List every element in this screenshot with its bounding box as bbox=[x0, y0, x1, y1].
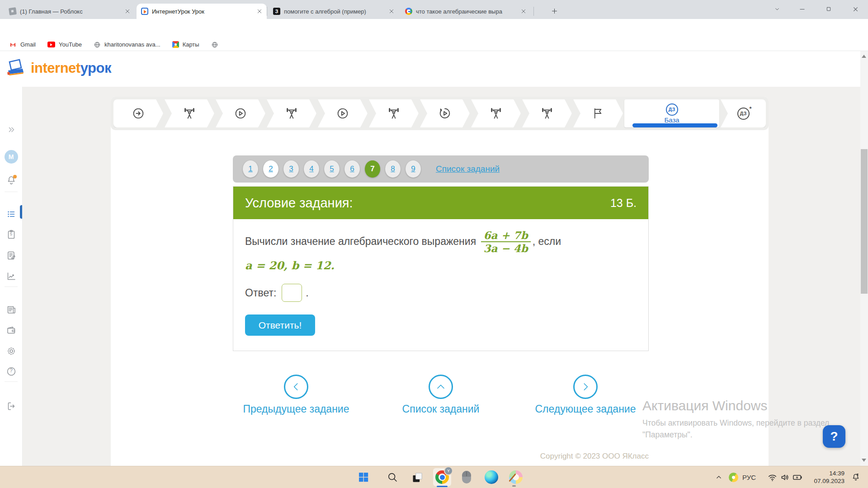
strip-step-trainer[interactable] bbox=[165, 99, 214, 127]
sidebar-item-news[interactable] bbox=[0, 302, 22, 317]
bookmark-gmail[interactable]: Gmail bbox=[9, 41, 36, 48]
strip-step-trainer[interactable] bbox=[369, 99, 419, 127]
close-tab-icon[interactable] bbox=[124, 8, 131, 15]
task-list-label[interactable]: Список заданий bbox=[373, 403, 509, 415]
tab-title: (1) Главная — Роблокс bbox=[20, 8, 120, 15]
scrollbar-thumb[interactable] bbox=[861, 149, 868, 294]
scroll-down-arrow[interactable] bbox=[862, 459, 866, 462]
active-indicator bbox=[20, 205, 22, 219]
sidebar-avatar[interactable]: M bbox=[0, 149, 22, 164]
task-page-6[interactable]: 6 bbox=[344, 160, 360, 178]
globe-icon bbox=[211, 41, 218, 48]
bookmarks-bar: Gmail YouTube kharitonovanas ava... Карт… bbox=[0, 38, 868, 51]
strip-step-consultation[interactable] bbox=[420, 99, 470, 127]
strip-step-video[interactable] bbox=[318, 99, 368, 127]
next-task-nav[interactable]: Следующее задание bbox=[518, 375, 653, 415]
strip-step-trainer[interactable] bbox=[471, 99, 521, 127]
strip-step-homework-extra[interactable]: ДЗ* bbox=[721, 99, 766, 127]
sidebar-expand-button[interactable] bbox=[0, 122, 22, 137]
strip-step-video[interactable] bbox=[216, 99, 265, 127]
next-task-label[interactable]: Следующее задание bbox=[518, 403, 653, 415]
close-window-button[interactable] bbox=[845, 0, 866, 18]
task-page-8[interactable]: 8 bbox=[385, 160, 401, 178]
submit-answer-button[interactable]: Ответить! bbox=[245, 314, 315, 336]
strip-step-finish-flag[interactable] bbox=[573, 99, 623, 127]
minimize-button[interactable] bbox=[792, 0, 812, 18]
taskbar-edge-icon[interactable] bbox=[485, 470, 498, 484]
sidebar-item-schedule-active[interactable] bbox=[0, 206, 22, 222]
task-text-line1: Вычисли значение алгебраического выражен… bbox=[245, 229, 637, 254]
taskbar-clock[interactable]: 14:39 07.09.2023 bbox=[807, 469, 844, 485]
screen: (1) Главная — Роблокс ИнтернетУрок Урок … bbox=[0, 0, 868, 488]
page-scrollbar[interactable] bbox=[860, 51, 868, 466]
bookmark-kharitonovanas[interactable]: kharitonovanas ava... bbox=[94, 41, 160, 48]
scroll-up-arrow[interactable] bbox=[862, 55, 866, 58]
interneturok-logo[interactable]: internetурок bbox=[5, 58, 111, 78]
strip-step-trainer[interactable] bbox=[267, 99, 316, 127]
strip-step-homework-base-active[interactable]: ДЗ База bbox=[624, 99, 719, 127]
task-page-9[interactable]: 9 bbox=[406, 160, 421, 178]
notification-bell-icon[interactable] bbox=[849, 470, 863, 484]
bookmark-globe[interactable] bbox=[211, 41, 218, 48]
notifications-bell-icon[interactable] bbox=[0, 173, 22, 188]
chevron-right-icon[interactable] bbox=[573, 375, 598, 399]
previous-task-label[interactable]: Предыдущее задание bbox=[228, 403, 364, 415]
sidebar-item-logout[interactable] bbox=[0, 399, 22, 414]
chevron-up-icon[interactable] bbox=[429, 375, 453, 399]
tab-interneturok[interactable]: ИнтернетУрок Урок bbox=[137, 4, 267, 19]
logo-text: internetурок bbox=[31, 60, 111, 76]
tab-title: ИнтернетУрок Урок bbox=[152, 8, 252, 15]
tab-divider bbox=[533, 7, 534, 16]
task-list-nav[interactable]: Список заданий bbox=[373, 375, 509, 415]
clock-time: 14:39 bbox=[807, 469, 844, 477]
task-page-3[interactable]: 3 bbox=[283, 160, 299, 178]
globe-icon bbox=[94, 41, 101, 48]
chevron-left-icon[interactable] bbox=[284, 375, 308, 399]
sidebar-item-help[interactable]: ? bbox=[0, 364, 22, 379]
sidebar-item-diary[interactable]: 5 bbox=[0, 227, 22, 242]
tab-search-chevron-icon[interactable] bbox=[767, 0, 788, 18]
windows-start-icon[interactable] bbox=[357, 470, 370, 484]
maximize-button[interactable] bbox=[818, 0, 839, 18]
tray-chevron-up-icon[interactable] bbox=[712, 470, 726, 484]
taskbar-search-icon[interactable] bbox=[386, 470, 399, 484]
task-page-5[interactable]: 5 bbox=[324, 160, 340, 178]
task-view-icon[interactable] bbox=[410, 470, 424, 484]
previous-task-nav[interactable]: Предыдущее задание bbox=[228, 375, 364, 415]
tray-antivirus-icon[interactable] bbox=[726, 470, 740, 484]
chrome-profile-badge: Y bbox=[444, 466, 453, 475]
sidebar-item-settings-gear-icon[interactable] bbox=[0, 343, 22, 359]
close-tab-icon[interactable] bbox=[520, 8, 527, 15]
paint-running-indicator bbox=[512, 485, 516, 487]
task-page-1[interactable]: 1 bbox=[243, 160, 258, 178]
tab-roblox[interactable]: (1) Главная — Роблокс bbox=[5, 4, 135, 19]
tab-google-search[interactable]: что такое алгебраические выра bbox=[401, 4, 531, 19]
task-page-4[interactable]: 4 bbox=[304, 160, 319, 178]
taskbar-paint-icon[interactable] bbox=[509, 470, 523, 484]
notification-dot bbox=[13, 175, 17, 178]
task-list-link[interactable]: Список заданий bbox=[436, 164, 500, 174]
new-tab-button[interactable] bbox=[548, 5, 561, 17]
battery-icon[interactable] bbox=[791, 470, 804, 484]
language-indicator[interactable]: РУС bbox=[742, 466, 756, 488]
strip-step-start[interactable] bbox=[113, 99, 163, 127]
help-floating-button[interactable]: ? bbox=[823, 425, 845, 448]
strip-step-trainer[interactable] bbox=[522, 99, 572, 127]
close-tab-icon[interactable] bbox=[256, 8, 263, 15]
task-page-2[interactable]: 2 bbox=[263, 160, 278, 178]
znanija-favicon: З bbox=[273, 8, 280, 15]
bookmark-maps[interactable]: Карты bbox=[172, 41, 199, 48]
taskbar-mouse-app-icon[interactable] bbox=[460, 470, 473, 484]
task-page-7-current[interactable]: 7 bbox=[365, 160, 380, 178]
browser-tab-strip: (1) Главная — Роблокс ИнтернетУрок Урок … bbox=[0, 0, 868, 19]
sidebar-item-payments[interactable] bbox=[0, 323, 22, 338]
bookmark-youtube[interactable]: YouTube bbox=[47, 41, 82, 48]
tab-znanija[interactable]: З помогите с алгеброй (пример) bbox=[269, 4, 399, 19]
sidebar-item-progress[interactable] bbox=[0, 268, 22, 284]
sidebar-item-notes[interactable] bbox=[0, 248, 22, 263]
answer-input[interactable] bbox=[282, 284, 302, 302]
taskbar-chrome-icon[interactable]: Y bbox=[433, 468, 451, 486]
wifi-icon[interactable] bbox=[765, 470, 779, 484]
close-tab-icon[interactable] bbox=[388, 8, 395, 15]
volume-icon[interactable] bbox=[778, 470, 792, 484]
